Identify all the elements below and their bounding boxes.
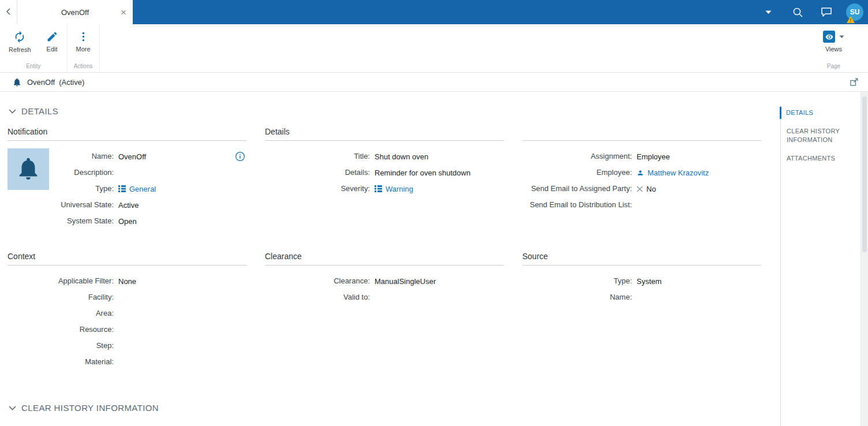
edit-button-label: Edit [47, 46, 58, 53]
field-send-email-assigned: Send Email to Assigned Party: No [522, 181, 761, 197]
field-label: Send Email to Distribution List: [522, 200, 632, 210]
field-step: Step: [8, 338, 246, 354]
refresh-icon [13, 31, 26, 43]
more-button-label: More [76, 46, 91, 53]
details-section-header[interactable]: DETAILS [9, 106, 868, 116]
field-send-email-distribution: Send Email to Distribution List: [522, 197, 761, 213]
field-value: None [118, 277, 136, 286]
scrollbar-thumb[interactable] [862, 96, 867, 252]
field-label: Universal State: [49, 200, 114, 210]
field-area: Area: [8, 305, 246, 322]
field-applicable-filter: Applicable Filter: None [8, 273, 246, 289]
notification-image [8, 148, 49, 190]
field-label: Severity: [265, 184, 370, 194]
topbar: OvenOff × SU [0, 0, 868, 24]
field-details: Details: Reminder for oven shutdown [265, 165, 504, 181]
field-label: Assignment: [522, 151, 632, 162]
field-label: Type: [49, 184, 114, 194]
field-universal-state: Universal State: Active [49, 197, 246, 213]
tab-ovenoff[interactable]: OvenOff × [17, 0, 133, 24]
sidebar-item-attachments[interactable]: ATTACHMENTS [781, 152, 855, 165]
edit-button[interactable]: Edit [39, 31, 66, 63]
details-row-1: Notification Name: OvenOff [8, 127, 868, 229]
tab-title: OvenOff [61, 8, 89, 17]
severity-link[interactable]: Warning [375, 185, 413, 193]
field-value: ManualSingleUser [375, 277, 436, 286]
type-link-label: General [129, 185, 156, 193]
panel-details: Details Title: Shut down oven Details: R… [265, 127, 504, 229]
ribbon-group-actions: More Actions [68, 24, 100, 72]
field-value: OvenOff [118, 152, 146, 161]
panel-assignment-title [522, 127, 761, 141]
field-type: Type: General [49, 181, 246, 197]
more-button[interactable]: More [69, 31, 98, 63]
page-content: DETAILS Notification Name: OvenOff [0, 106, 868, 426]
views-eye-icon [823, 31, 835, 43]
field-label: Valid to: [265, 292, 370, 302]
chat-icon[interactable] [821, 7, 832, 17]
panel-context: Context Applicable Filter: None Facility… [8, 252, 246, 370]
field-label: Name: [49, 151, 114, 162]
ribbon-toolbar: Refresh Edit Entity More [0, 24, 868, 73]
entity-titlebar: OvenOff (Active) [0, 73, 868, 92]
pencil-icon [46, 31, 58, 43]
field-title: Title: Shut down oven [265, 148, 504, 165]
avatar-initials: SU [850, 8, 860, 16]
field-resource: Resource: [8, 322, 246, 338]
field-label: Applicable Filter: [8, 276, 114, 286]
field-label: Send Email to Assigned Party: [522, 184, 632, 194]
panel-notification: Notification Name: OvenOff [8, 127, 246, 229]
ribbon-group-label-page: Page [815, 63, 852, 72]
severity-link-label: Warning [386, 185, 413, 193]
details-section-title: DETAILS [21, 106, 58, 116]
field-valid-to: Valid to: [265, 289, 504, 305]
views-button-label: Views [825, 46, 842, 53]
ribbon-group-page: Views Page [814, 24, 853, 72]
field-label: Resource: [8, 324, 114, 335]
clear-history-section-title: CLEAR HISTORY INFORMATION [21, 403, 159, 413]
views-button[interactable]: Views [815, 31, 852, 63]
refresh-button[interactable]: Refresh [1, 31, 39, 63]
ribbon-group-label-entity: Entity [1, 63, 66, 72]
field-label: Details: [265, 167, 370, 178]
clear-history-section-header[interactable]: CLEAR HISTORY INFORMATION [9, 403, 868, 413]
warning-badge-icon [847, 16, 855, 23]
ribbon-group-label-actions: Actions [69, 63, 98, 72]
info-icon[interactable] [235, 151, 245, 162]
field-label: Material: [8, 357, 114, 367]
employee-link-label: Matthew Krazovitz [648, 169, 709, 177]
field-label: Name: [522, 292, 632, 302]
tab-list-chevron-down-icon[interactable] [765, 10, 772, 14]
field-value: System [637, 277, 661, 286]
sidebar-item-clear-history[interactable]: CLEAR HISTORY INFORMATION [781, 125, 855, 146]
topbar-actions: SU [765, 0, 868, 24]
views-chevron-down-icon [839, 35, 844, 39]
bell-icon [12, 77, 22, 87]
employee-link[interactable]: Matthew Krazovitz [637, 169, 709, 177]
search-icon[interactable] [792, 7, 803, 18]
field-label: System State: [49, 216, 114, 226]
field-material: Material: [8, 354, 246, 370]
field-label: Type: [522, 276, 632, 286]
back-button[interactable] [0, 0, 17, 24]
open-in-window-icon[interactable] [850, 77, 859, 87]
bell-large-icon [15, 155, 42, 184]
refresh-button-label: Refresh [9, 46, 31, 53]
field-label: Employee: [522, 167, 632, 178]
details-row-2: Context Applicable Filter: None Facility… [8, 252, 868, 370]
field-value: No [637, 185, 656, 193]
field-facility: Facility: [8, 289, 246, 305]
chevron-down-icon [9, 406, 16, 410]
field-description: Description: [49, 165, 246, 181]
picklist-icon [118, 185, 126, 192]
panel-source-title: Source [522, 252, 761, 266]
avatar[interactable]: SU [846, 3, 863, 21]
panel-context-title: Context [8, 252, 246, 266]
field-clearance: Clearance: ManualSingleUser [265, 273, 504, 289]
scrollbar[interactable] [860, 92, 868, 426]
ribbon-group-entity: Refresh Edit Entity [0, 24, 68, 72]
close-icon[interactable]: × [121, 8, 126, 17]
chevron-down-icon [9, 109, 16, 114]
sidebar-item-details[interactable]: DETAILS [780, 107, 855, 119]
type-link[interactable]: General [118, 185, 156, 193]
